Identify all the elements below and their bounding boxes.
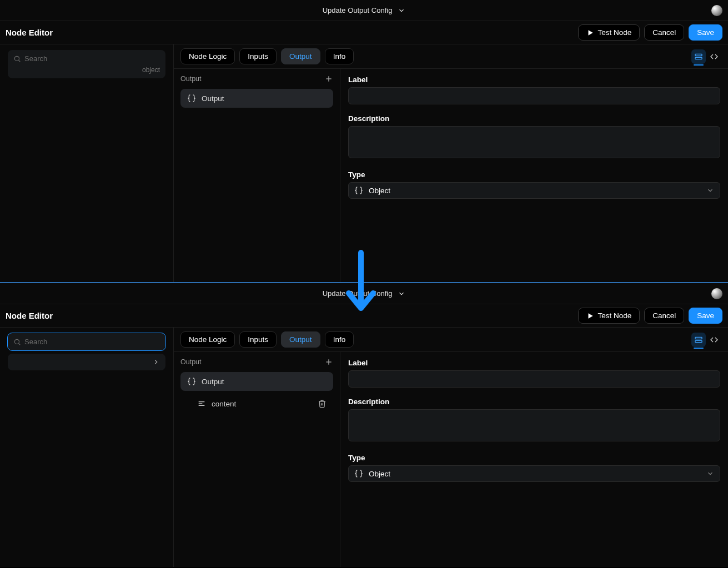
form-view-button[interactable]: [691, 333, 706, 347]
avatar[interactable]: [711, 5, 722, 16]
description-input[interactable]: [348, 126, 720, 158]
type-select[interactable]: Object: [348, 182, 720, 199]
title-dropdown[interactable]: Update Output Config: [323, 289, 406, 298]
form-view-button[interactable]: [691, 49, 706, 64]
header-actions: Test Node Cancel Save: [578, 308, 722, 324]
add-output-icon[interactable]: [324, 358, 333, 366]
tab-node-logic[interactable]: Node Logic: [180, 331, 235, 348]
text-icon: [197, 399, 206, 408]
title-text: Update Output Config: [323, 289, 393, 298]
page-title: Node Editor: [6, 28, 53, 37]
search-input[interactable]: [24, 338, 160, 346]
output-child-item[interactable]: content: [180, 394, 333, 413]
title-dropdown[interactable]: Update Output Config: [323, 6, 406, 14]
braces-icon: [187, 94, 196, 103]
braces-icon: [354, 469, 363, 478]
sidebar: [0, 328, 174, 567]
output-root-item[interactable]: Output: [180, 89, 333, 108]
search-box[interactable]: [8, 333, 165, 350]
output-heading: Output: [180, 75, 202, 83]
search-result-row[interactable]: [8, 354, 165, 370]
chevron-down-icon: [398, 290, 405, 298]
label-input[interactable]: [348, 87, 720, 104]
titlebar: Update Output Config: [0, 283, 728, 304]
form-panel: Label Description Type Object: [340, 352, 728, 567]
output-root-label: Output: [202, 94, 224, 103]
content-row: Output Output content: [174, 352, 728, 567]
code-view-button[interactable]: [707, 333, 721, 347]
search-icon: [13, 55, 21, 63]
tab-inputs[interactable]: Inputs: [239, 48, 277, 64]
chevron-down-icon: [706, 470, 714, 477]
braces-icon: [187, 377, 196, 386]
content-row: Output Output Label Description: [174, 69, 728, 282]
test-node-button[interactable]: Test Node: [578, 24, 640, 41]
code-view-icon: [710, 52, 719, 61]
svg-line-2: [19, 60, 21, 62]
svg-rect-11: [695, 340, 702, 342]
sidebar: object: [0, 44, 174, 282]
label-input[interactable]: [348, 370, 720, 388]
output-root-item[interactable]: Output: [180, 372, 333, 391]
tab-info[interactable]: Info: [325, 331, 354, 348]
editor-body: object Node Logic Inputs Output Info: [0, 44, 728, 282]
cancel-button[interactable]: Cancel: [644, 308, 684, 324]
pane-before: Update Output Config Node Editor Test No…: [0, 0, 728, 283]
search-tag: object: [13, 66, 160, 74]
editor-header: Node Editor Test Node Cancel Save: [0, 21, 728, 44]
output-heading: Output: [180, 358, 202, 366]
search-input[interactable]: [24, 54, 160, 63]
add-output-icon[interactable]: [324, 74, 333, 83]
type-value: Object: [369, 187, 390, 195]
tab-row: Node Logic Inputs Output Info: [174, 44, 728, 69]
editor-header: Node Editor Test Node Cancel Save: [0, 304, 728, 328]
label-field-label: Label: [348, 76, 720, 84]
code-view-icon: [710, 335, 719, 344]
output-tree: Output Output: [174, 69, 340, 282]
editor-main: Node Logic Inputs Output Info Out: [174, 44, 728, 282]
delete-child-button[interactable]: [318, 399, 327, 408]
type-select[interactable]: Object: [348, 465, 720, 482]
view-toggle: [691, 49, 721, 64]
save-button[interactable]: Save: [689, 24, 722, 41]
tab-inputs[interactable]: Inputs: [239, 331, 277, 348]
tab-node-logic[interactable]: Node Logic: [180, 48, 235, 64]
svg-marker-0: [589, 30, 593, 35]
type-field-label: Type: [348, 454, 720, 462]
play-icon: [586, 29, 594, 37]
save-button[interactable]: Save: [689, 308, 722, 324]
description-input[interactable]: [348, 409, 720, 441]
chevron-down-icon: [398, 7, 405, 14]
search-box[interactable]: object: [8, 50, 165, 78]
editor-main: Node Logic Inputs Output Info Out: [174, 328, 728, 567]
svg-point-8: [14, 339, 19, 344]
description-field-label: Description: [348, 398, 720, 406]
svg-marker-7: [589, 313, 593, 318]
tab-info[interactable]: Info: [325, 48, 354, 64]
form-view-icon: [694, 335, 703, 344]
svg-line-9: [19, 343, 21, 345]
search-icon: [13, 338, 21, 346]
header-actions: Test Node Cancel Save: [578, 24, 722, 41]
tab-output[interactable]: Output: [281, 48, 320, 64]
code-view-button[interactable]: [707, 49, 721, 64]
output-root-label: Output: [202, 378, 224, 386]
test-node-button[interactable]: Test Node: [578, 308, 640, 324]
editor-body: Node Logic Inputs Output Info Out: [0, 328, 728, 567]
form-panel: Label Description Type Object: [340, 69, 728, 282]
view-toggle: [691, 333, 721, 347]
pane-after: Update Output Config Node Editor Test No…: [0, 283, 728, 567]
type-field-label: Type: [348, 170, 720, 179]
type-value: Object: [369, 470, 390, 478]
tab-output[interactable]: Output: [281, 331, 320, 348]
output-child-label: content: [212, 400, 236, 408]
label-field-label: Label: [348, 359, 720, 367]
svg-rect-4: [695, 57, 702, 59]
page-title: Node Editor: [6, 311, 53, 320]
output-tree: Output Output content: [174, 352, 340, 567]
chevron-right-icon: [152, 358, 160, 366]
play-icon: [586, 312, 594, 320]
cancel-button[interactable]: Cancel: [644, 24, 684, 41]
trash-icon: [318, 399, 327, 408]
avatar[interactable]: [711, 288, 722, 299]
